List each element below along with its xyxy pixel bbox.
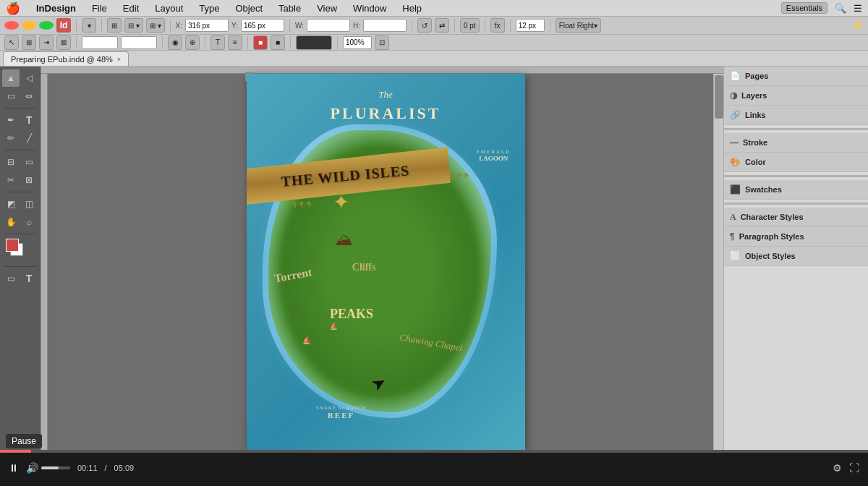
gradient-swatch-tool[interactable]: ◩: [2, 195, 20, 213]
tb2-color2[interactable]: ■: [271, 35, 285, 50]
paragraph-styles-header[interactable]: ¶ Paragraph Styles: [724, 227, 868, 246]
fullscreen-button[interactable]: ⛶: [849, 462, 859, 474]
type-tool[interactable]: T: [20, 111, 38, 129]
tb2-scale-btn[interactable]: ⊕: [185, 35, 200, 50]
stroke-header[interactable]: — Stroke: [724, 133, 868, 152]
zoom-dropdown[interactable]: ▾: [82, 18, 96, 33]
gradient-feather-tool[interactable]: ◫: [20, 195, 38, 213]
tb2-zoom-input[interactable]: [343, 36, 372, 49]
tb2-btn1[interactable]: ↖: [4, 35, 19, 50]
direct-selection-tool[interactable]: ◁: [20, 69, 38, 87]
play-pause-icon: ⏸: [9, 462, 19, 474]
tab-close-button[interactable]: ×: [117, 56, 121, 63]
view-mode-btn[interactable]: ⊞: [107, 18, 122, 33]
selection-tool[interactable]: ▲: [2, 69, 20, 87]
links-header[interactable]: 🔗 Links: [724, 106, 868, 124]
color-header[interactable]: 🎨 Color: [724, 153, 868, 171]
layers-icon: ◑: [730, 90, 737, 101]
view-options-btn[interactable]: ⊟ ▾: [124, 18, 143, 33]
ruler-horizontal: [41, 67, 723, 74]
secondary-toolbar: ↖ ⊞ ⇥ ⊠ ◉ ⊕ T ≡ ■ ■ ⊡: [0, 35, 868, 51]
stroke-section: — Stroke: [724, 133, 868, 153]
preview-mode-btn[interactable]: T: [20, 270, 38, 287]
effects-btn[interactable]: fx: [490, 18, 505, 33]
menu-layout[interactable]: Layout: [152, 3, 186, 14]
tb2-btn3[interactable]: ⇥: [39, 35, 54, 50]
progress-bar-container[interactable]: [0, 450, 868, 453]
essentials-dropdown[interactable]: Essentials: [781, 2, 827, 14]
apple-menu[interactable]: 🍎: [6, 1, 20, 15]
volume-icon-button[interactable]: 🔊: [26, 462, 38, 474]
traffic-light-close[interactable]: [4, 21, 19, 30]
pages-header[interactable]: 📄 Pages: [724, 67, 868, 85]
rotate-btn[interactable]: ↺: [417, 18, 432, 33]
menu-window[interactable]: Window: [350, 3, 389, 14]
w-label: W:: [295, 22, 304, 30]
hand-tool[interactable]: ✋: [2, 213, 20, 231]
menu-help[interactable]: Help: [399, 3, 425, 14]
document-tab[interactable]: Preparing EPub.indd @ 48% ×: [3, 51, 129, 66]
flip-h-btn[interactable]: ⇄: [435, 18, 449, 33]
menu-icon[interactable]: ☰: [854, 3, 862, 14]
color-swatches[interactable]: [4, 239, 36, 262]
y-input[interactable]: [241, 19, 284, 32]
volume-control[interactable]: 🔊: [26, 462, 70, 474]
tb2-stroke-color[interactable]: [296, 35, 332, 50]
fg-color-swatch[interactable]: [6, 239, 19, 252]
character-styles-header[interactable]: A Character Styles: [724, 208, 868, 226]
pencil-tool[interactable]: ✏: [2, 129, 20, 147]
float-dropdown[interactable]: Float Right ▾: [556, 18, 601, 33]
grid-btn[interactable]: ⊞ ▾: [146, 18, 165, 33]
menu-edit[interactable]: Edit: [120, 3, 142, 14]
w-input[interactable]: [307, 19, 350, 32]
tb2-color-red[interactable]: ■: [253, 35, 268, 50]
layers-header[interactable]: ◑ Layers: [724, 86, 868, 105]
play-pause-button[interactable]: ⏸: [9, 462, 19, 474]
size-input[interactable]: [516, 19, 545, 32]
menu-type[interactable]: Type: [196, 3, 222, 14]
gap-tool[interactable]: ⇔: [20, 88, 38, 105]
pen-tool[interactable]: ✒: [2, 111, 20, 129]
traffic-light-maximize[interactable]: [39, 21, 54, 30]
rectangle-frame-tool[interactable]: ⊟: [2, 153, 20, 171]
document-page: 🦈 🌴🌴🌴🌴🌴 🌴🌴🌴 🌴🌴🌴 ⛰ The PLURA: [247, 74, 525, 450]
swatches-header[interactable]: ⬛ Swatches: [724, 180, 868, 199]
scrollbar-vertical[interactable]: [713, 74, 723, 450]
tb2-input1[interactable]: [82, 36, 118, 49]
y-label: Y:: [231, 22, 238, 30]
scrollbar-thumb[interactable]: [715, 75, 723, 119]
page-tool[interactable]: ▭: [2, 88, 20, 105]
tb2-btn2[interactable]: ⊞: [22, 35, 36, 50]
x-input[interactable]: [185, 19, 229, 32]
menu-view[interactable]: View: [314, 3, 340, 14]
menu-table[interactable]: Table: [276, 3, 304, 14]
progress-bar-fill: [0, 450, 31, 453]
links-icon: 🔗: [730, 110, 741, 120]
volume-icon: 🔊: [26, 462, 38, 474]
menu-object[interactable]: Object: [233, 3, 266, 14]
line-tool[interactable]: ╱: [20, 129, 38, 147]
volume-bar[interactable]: [41, 466, 70, 469]
traffic-light-minimize[interactable]: [22, 21, 36, 30]
zoom-tool[interactable]: ⌕: [20, 213, 38, 231]
ruler-vertical: [41, 74, 48, 450]
tb2-rotate-btn[interactable]: ◉: [168, 35, 182, 50]
tb2-text-btn[interactable]: T: [210, 35, 225, 50]
app-menu-indesign[interactable]: InDesign: [33, 3, 79, 14]
tb2-input2[interactable]: [121, 36, 157, 49]
tb2-align-btn[interactable]: ≡: [228, 35, 242, 50]
tb2-btn4[interactable]: ⊠: [56, 35, 71, 50]
tb2-zoom-spinner[interactable]: ⊡: [375, 35, 389, 50]
scissors-tool[interactable]: ✂: [2, 171, 20, 189]
object-styles-header[interactable]: ⬜ Object Styles: [724, 247, 868, 265]
paragraph-styles-label: Paragraph Styles: [739, 232, 804, 241]
color-section: 🎨 Color: [724, 153, 868, 172]
stroke-input-btn[interactable]: 0 pt: [460, 18, 480, 33]
normal-view-btn[interactable]: ▭: [2, 270, 20, 287]
rectangle-tool[interactable]: ▭: [20, 153, 38, 171]
h-input[interactable]: [363, 19, 407, 32]
swatches-label: Swatches: [745, 185, 782, 194]
free-transform-tool[interactable]: ⊠: [20, 171, 38, 189]
menu-file[interactable]: File: [89, 3, 110, 14]
settings-button[interactable]: ⚙: [833, 462, 842, 474]
